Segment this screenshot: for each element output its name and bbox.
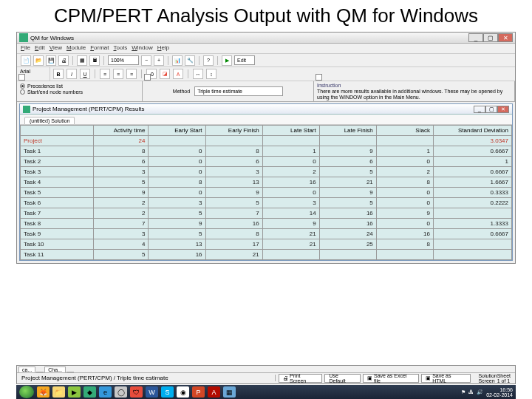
firefox-icon[interactable]: 🦊 [37,386,50,398]
zoom-in-icon[interactable]: + [154,55,164,66]
grid-cell[interactable] [376,136,433,146]
grid-cell[interactable]: 9 [376,208,433,219]
minimize-button[interactable]: _ [468,33,483,42]
module-tab[interactable] [66,372,74,372]
grid-cell[interactable]: 2 [94,198,149,208]
grid-cell[interactable] [149,136,205,146]
grid-cell[interactable]: 21 [262,229,319,239]
grid-cell[interactable]: 21 [205,250,262,260]
underline-icon[interactable]: U [80,69,90,79]
tab-solution[interactable]: (untitled) Solution [24,117,75,124]
hp-icon[interactable]: ◯ [115,386,127,398]
grid-cell[interactable]: 17 [205,239,262,250]
grid-cell[interactable]: 0 [262,188,319,198]
panel-toggle-icon[interactable] [18,74,25,81]
grid-cell[interactable]: 9 [319,146,376,157]
grid-cell[interactable]: 16 [149,250,205,260]
grid-cell[interactable] [433,250,511,260]
grid-cell[interactable]: 2 [94,208,149,219]
zoom-select[interactable]: 100% [108,55,139,65]
grid-cell[interactable]: 3 [94,167,149,177]
grid-cell[interactable]: 9 [262,219,319,229]
grid-cell[interactable]: 8 [205,229,262,239]
grid-cell[interactable]: 0 [376,157,433,167]
grid-cell[interactable] [319,136,376,146]
grid-cell[interactable]: 13 [149,239,205,250]
close-button[interactable]: ✕ [498,33,513,42]
module-tab[interactable]: Cha... [44,366,66,372]
grid-cell[interactable]: 8 [376,177,433,188]
start-button[interactable] [19,386,34,398]
edit-button[interactable]: Edit [234,55,255,65]
calc-icon[interactable]: 🖩 [89,55,100,66]
grid-cell[interactable]: 5 [319,198,376,208]
tool-icon[interactable]: 🔧 [185,55,195,66]
grid-cell[interactable] [433,208,511,219]
grid-cell[interactable]: 0 [376,219,433,229]
grid-cell[interactable]: 0.2222 [433,198,511,208]
grid-cell[interactable]: 9 [94,188,149,198]
menu-edit[interactable]: Edit [35,44,45,52]
grid-cell[interactable]: 16 [376,229,433,239]
grid-cell[interactable]: 8 [376,239,433,250]
grid-cell[interactable]: 21 [262,239,319,250]
tray-clock[interactable]: 16:56 02-02-2014 [486,387,513,398]
grid-cell[interactable]: 3 [149,198,205,208]
font-color-icon[interactable]: A [173,69,183,79]
grid-cell[interactable]: 2 [376,167,433,177]
print-icon[interactable]: 🖨 [58,55,69,66]
tray-network-icon[interactable]: 🖧 [468,389,474,395]
grid-cell[interactable]: 8 [94,146,149,157]
module-tab[interactable] [36,372,44,372]
grid-cell[interactable] [433,239,511,250]
align-left-icon[interactable]: ≡ [100,69,110,79]
new-icon[interactable]: 📄 [21,55,31,66]
print-screen-button[interactable]: 🖨Print Screen [279,374,322,383]
grid-cell[interactable]: 16 [205,219,262,229]
grid-cell[interactable]: 3 [262,198,319,208]
width-icon[interactable]: ↔ [193,69,203,79]
adobe-icon[interactable]: A [208,386,220,398]
app-icon[interactable]: ▦ [223,386,236,398]
powerpoint-icon[interactable]: P [192,386,205,398]
fill-color-icon[interactable]: ◪ [160,69,170,79]
grid-cell[interactable]: 3 [94,229,149,239]
word-icon[interactable]: W [146,386,158,398]
solve-icon[interactable]: ▶ [222,55,232,66]
grid-cell[interactable]: 0 [376,188,433,198]
zoom-out-icon[interactable]: − [141,55,151,66]
grid-cell[interactable]: 0.6667 [433,167,511,177]
open-icon[interactable]: 📂 [33,55,44,66]
grid-cell[interactable]: 0 [262,157,319,167]
grid-cell[interactable]: 0 [149,146,205,157]
grid-cell[interactable]: 9 [319,188,376,198]
grid-cell[interactable]: 5 [319,167,376,177]
grid-cell[interactable]: 3 [205,167,262,177]
chart-icon[interactable]: 📊 [172,55,183,66]
menu-help[interactable]: Help [157,44,169,52]
module-tab[interactable]: ca... [18,366,35,372]
grid-cell[interactable]: 0 [149,188,205,198]
grid-cell[interactable]: 14 [262,208,319,219]
align-right-icon[interactable]: ≡ [126,69,137,79]
grid-cell[interactable]: 16 [319,208,376,219]
panel-toggle-icon[interactable] [316,74,322,81]
grid-cell[interactable]: 0.3333 [433,188,511,198]
grid-icon[interactable]: ▦ [77,55,87,66]
grid-cell[interactable]: 1 [262,146,319,157]
grid-cell[interactable]: 6 [205,157,262,167]
inner-maximize-button[interactable]: ▢ [485,106,497,113]
grid-cell[interactable]: 0.6667 [433,229,511,239]
grid-cell[interactable] [205,136,262,146]
grid-cell[interactable] [376,250,433,260]
tray-flag-icon[interactable]: ⚑ [461,389,466,395]
media-icon[interactable]: ▶ [68,386,81,398]
help-icon[interactable]: ? [203,55,214,66]
menu-format[interactable]: Format [90,44,109,52]
qm-icon[interactable]: ◆ [83,386,96,398]
bold-icon[interactable]: B [53,69,64,79]
skype-icon[interactable]: S [161,386,174,398]
grid-cell[interactable]: 1 [376,146,433,157]
grid-cell[interactable]: 5 [94,177,149,188]
grid-cell[interactable]: 9 [149,219,205,229]
